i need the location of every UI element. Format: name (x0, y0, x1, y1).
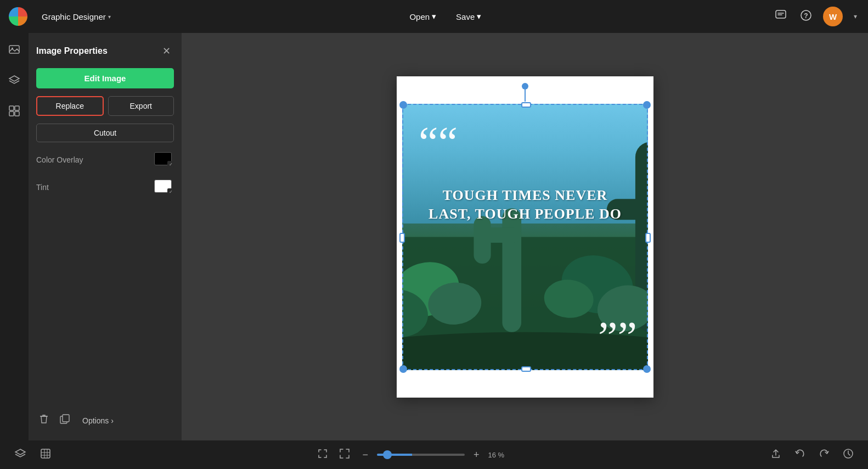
design-canvas: ““ TOUGH TIMES NEVER LAST, TOUGH PEOPLE … (397, 76, 653, 398)
svg-rect-7 (9, 111, 14, 116)
panel-title: Image Properties (36, 46, 108, 56)
replace-export-row: Replace Export (36, 96, 174, 116)
close-quote: ”” (598, 315, 637, 359)
svg-rect-0 (776, 10, 786, 18)
options-chevron: › (111, 416, 114, 425)
image-element[interactable]: ““ TOUGH TIMES NEVER LAST, TOUGH PEOPLE … (402, 104, 648, 370)
app-title-button[interactable]: Graphic Designer ▾ (34, 9, 119, 25)
bottom-toolbar: − + 16 % (0, 440, 868, 469)
handle-rotate[interactable] (522, 83, 528, 90)
tint-swatch-wrap: ✓ (154, 180, 174, 195)
left-icon-strip (0, 33, 29, 440)
color-overlay-check: ✓ (167, 161, 174, 168)
tint-label: Tint (36, 183, 49, 192)
avatar-chevron-button[interactable]: ▾ (852, 10, 859, 23)
svg-rect-28 (41, 449, 50, 458)
tint-check: ✓ (167, 188, 174, 195)
undo-button[interactable] (791, 446, 809, 464)
delete-button[interactable] (36, 411, 52, 429)
history-button[interactable] (839, 446, 857, 464)
panel-bottom: Options › (36, 406, 174, 429)
topbar-left: Graphic Designer ▾ (9, 7, 119, 26)
topbar: Graphic Designer ▾ Open ▾ Save ▾ ? (0, 0, 868, 33)
save-button[interactable]: Save ▾ (448, 8, 489, 25)
avatar-letter: W (829, 12, 837, 21)
layers-tool-button[interactable] (4, 70, 24, 90)
save-label: Save (456, 12, 475, 21)
properties-panel: Image Properties ✕ Edit Image Replace Ex… (29, 33, 182, 440)
quote-text: TOUGH TIMES NEVER LAST, TOUGH PEOPLE DO (421, 186, 630, 224)
zoom-out-button[interactable]: − (358, 448, 373, 462)
help-button[interactable]: ? (798, 7, 814, 26)
image-background: ““ TOUGH TIMES NEVER LAST, TOUGH PEOPLE … (402, 104, 648, 370)
pages-button[interactable] (36, 445, 55, 465)
color-overlay-swatch-wrap: ✓ (154, 152, 174, 168)
svg-rect-10 (63, 415, 69, 422)
open-label: Open (409, 12, 430, 21)
color-overlay-label: Color Overlay (36, 155, 83, 164)
app-logo (9, 7, 27, 26)
svg-rect-18 (502, 208, 521, 332)
topbar-center: Open ▾ Save ▾ (402, 8, 489, 25)
zoom-slider[interactable] (377, 454, 465, 456)
fit-screen-button[interactable] (314, 446, 331, 464)
open-button[interactable]: Open ▾ (402, 8, 444, 25)
tint-row: Tint ✓ (36, 177, 174, 197)
svg-text:?: ? (804, 12, 808, 19)
save-chevron: ▾ (477, 12, 481, 21)
panel-header: Image Properties ✕ (36, 44, 174, 58)
export-button[interactable]: Export (108, 96, 174, 116)
topbar-right: ? W ▾ (773, 7, 859, 26)
open-quote: ““ (419, 120, 458, 164)
bottom-right (767, 446, 857, 464)
bottom-center: − + 16 % (55, 446, 767, 464)
app-title-text: Graphic Designer (42, 12, 106, 21)
avatar[interactable]: W (823, 7, 843, 26)
redo-button[interactable] (815, 446, 833, 464)
fullscreen-button[interactable] (336, 446, 353, 464)
replace-button[interactable]: Replace (36, 96, 104, 116)
image-tool-button[interactable] (4, 40, 24, 59)
svg-rect-5 (9, 106, 14, 110)
svg-rect-6 (15, 106, 19, 110)
options-button[interactable]: Options › (78, 414, 118, 427)
open-chevron: ▾ (432, 12, 436, 21)
options-label: Options (82, 416, 109, 425)
app-title-chevron: ▾ (108, 14, 111, 20)
svg-rect-8 (15, 111, 19, 116)
export-icon-button[interactable] (767, 446, 785, 464)
cutout-button[interactable]: Cutout (36, 124, 174, 142)
handle-rotate-line (525, 87, 526, 102)
edit-image-button[interactable]: Edit Image (36, 68, 174, 88)
duplicate-button[interactable] (57, 411, 72, 429)
chat-button[interactable] (773, 7, 789, 26)
layers-toggle-button[interactable] (11, 445, 30, 465)
zoom-in-button[interactable]: + (469, 448, 484, 462)
bottom-left (11, 445, 55, 465)
main-area: Image Properties ✕ Edit Image Replace Ex… (0, 33, 868, 440)
grid-tool-button[interactable] (4, 101, 24, 121)
close-panel-button[interactable]: ✕ (159, 44, 174, 58)
canvas-area[interactable]: ““ TOUGH TIMES NEVER LAST, TOUGH PEOPLE … (182, 33, 868, 440)
zoom-percentage: 16 % (488, 451, 508, 459)
color-overlay-row: Color Overlay ✓ (36, 150, 174, 170)
